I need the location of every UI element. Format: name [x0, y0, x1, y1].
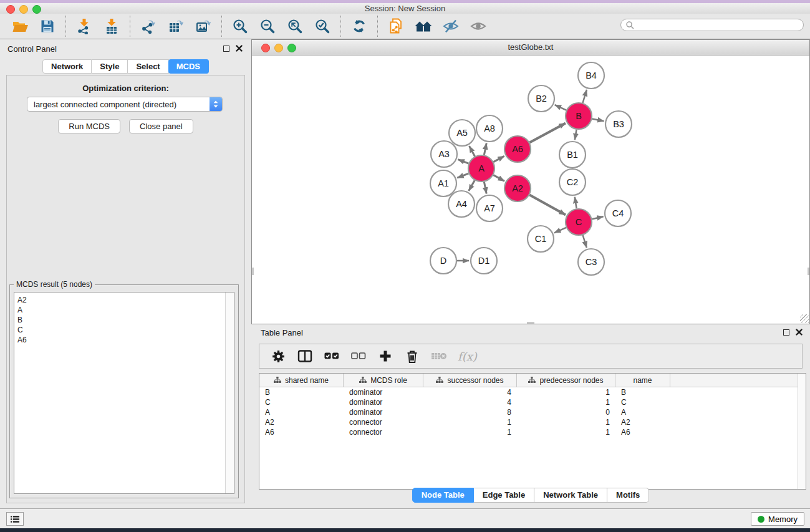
h-scroll-stub[interactable]	[527, 322, 534, 324]
home-button[interactable]	[412, 16, 435, 37]
table-cell[interactable]: 1	[517, 418, 615, 427]
deselect-all-columns-button[interactable]	[350, 348, 367, 364]
graph-edge-A-A3[interactable]	[458, 160, 468, 164]
float-panel-icon[interactable]	[223, 46, 229, 52]
graph-edge-A-A1[interactable]	[457, 173, 468, 178]
graph-edge-A-A2[interactable]	[493, 175, 504, 181]
graph-node-C[interactable]: C	[566, 209, 592, 235]
table-cell[interactable]: A6	[259, 428, 344, 437]
table-cell[interactable]: 1	[423, 428, 517, 437]
graph-edge-C-C2[interactable]	[575, 197, 577, 209]
show-panels-button[interactable]	[6, 512, 24, 526]
tab-style[interactable]: Style	[92, 59, 128, 74]
column-header-name[interactable]: name	[615, 374, 670, 387]
export-table-button[interactable]	[165, 16, 187, 37]
select-all-columns-button[interactable]	[324, 348, 340, 364]
network-window-titlebar[interactable]: testGlobe.txt	[252, 40, 809, 56]
table-cell[interactable]: dominator	[344, 408, 423, 417]
tab-edge-table[interactable]: Edge Table	[474, 488, 534, 503]
resize-grip[interactable]	[800, 314, 809, 323]
column-header-successor-nodes[interactable]: successor nodes	[423, 374, 517, 387]
import-table-button[interactable]	[100, 16, 123, 37]
v-scroll-stub[interactable]	[252, 268, 254, 275]
tab-select[interactable]: Select	[128, 59, 168, 74]
table-row[interactable]: Bdominator41B	[259, 387, 806, 397]
table-cell[interactable]: A6	[615, 428, 670, 437]
copy-network-button[interactable]	[385, 16, 407, 37]
run-mcds-button[interactable]: Run MCDS	[58, 119, 120, 133]
graph-node-C1[interactable]: C1	[528, 226, 554, 252]
open-session-button[interactable]	[9, 16, 31, 37]
table-cell[interactable]: 1	[517, 398, 615, 407]
table-cell[interactable]: 1	[517, 428, 615, 437]
graph-node-A3[interactable]: A3	[431, 141, 457, 167]
table-cell[interactable]: C	[259, 398, 344, 407]
export-image-button[interactable]	[192, 16, 215, 37]
mcds-result-item[interactable]: A6	[14, 335, 234, 345]
close-panel-button[interactable]: Close panel	[129, 119, 193, 133]
network-canvas[interactable]: B4B2BB3A8A5A6A3B1AC2A1A2A4A7C4CC1C3DD1	[252, 56, 809, 324]
graph-node-B4[interactable]: B4	[578, 62, 604, 89]
table-settings-button[interactable]	[270, 348, 286, 364]
graph-edge-A2-C[interactable]	[529, 195, 566, 215]
import-network-button[interactable]	[73, 16, 95, 37]
table-row[interactable]: A6connector11A6	[259, 427, 806, 437]
create-column-button[interactable]	[377, 348, 393, 364]
tab-motifs[interactable]: Motifs	[607, 488, 649, 503]
hide-graphics-details-button[interactable]	[440, 16, 462, 37]
zoom-selected-button[interactable]	[311, 16, 334, 37]
graph-node-C4[interactable]: C4	[605, 200, 631, 226]
table-cell[interactable]: 1	[423, 418, 517, 427]
graph-edge-B-B2[interactable]	[555, 105, 566, 110]
export-network-button[interactable]	[137, 16, 160, 37]
table-cell[interactable]: A	[615, 408, 670, 417]
column-header-mcds-role[interactable]: MCDS role	[344, 374, 423, 387]
zoom-fit-button[interactable]	[284, 16, 306, 37]
column-layout-button[interactable]	[297, 348, 313, 364]
graph-node-B1[interactable]: B1	[559, 142, 586, 168]
tab-mcds[interactable]: MCDS	[168, 59, 209, 74]
delete-column-button[interactable]	[404, 348, 420, 364]
table-cell[interactable]: A2	[259, 418, 344, 427]
graph-node-A1[interactable]: A1	[430, 170, 456, 196]
graph-edge-A-A6[interactable]	[493, 156, 504, 162]
graph-edge-C-C3[interactable]	[583, 235, 587, 248]
show-graphics-details-button[interactable]	[467, 16, 489, 37]
result-scrollbar[interactable]	[225, 293, 234, 493]
table-cell[interactable]: A	[259, 408, 344, 417]
graph-edge-A-A5[interactable]	[470, 146, 475, 157]
table-cell[interactable]: C	[615, 398, 670, 407]
mcds-result-item[interactable]: C	[14, 325, 234, 335]
table-row[interactable]: Adominator80A	[259, 407, 806, 417]
table-cell[interactable]: 4	[423, 398, 517, 407]
graph-node-A7[interactable]: A7	[476, 195, 503, 221]
graph-node-D[interactable]: D	[430, 248, 456, 274]
column-header-predecessor-nodes[interactable]: predecessor nodes	[517, 374, 615, 387]
graph-edge-B-B1[interactable]	[575, 130, 577, 140]
table-cell[interactable]: connector	[344, 418, 423, 427]
search-input[interactable]	[637, 20, 803, 30]
network-minimize-icon[interactable]	[274, 44, 283, 52]
tab-node-table[interactable]: Node Table	[412, 488, 474, 503]
close-panel-icon[interactable]	[236, 45, 243, 52]
graph-node-A6[interactable]: A6	[504, 136, 531, 162]
graph-edge-A6-B[interactable]	[529, 123, 566, 142]
graph-node-D1[interactable]: D1	[471, 248, 497, 274]
zoom-out-button[interactable]	[256, 16, 279, 37]
graph-node-A8[interactable]: A8	[476, 115, 503, 142]
table-scrollbar[interactable]	[798, 374, 806, 489]
mcds-result-item[interactable]: B	[14, 315, 234, 325]
table-cell[interactable]: dominator	[344, 388, 423, 397]
table-row[interactable]: A2connector11A2	[259, 417, 806, 427]
graph-edge-B-B4[interactable]	[583, 90, 587, 103]
graph-edge-A-A7[interactable]	[484, 182, 486, 194]
graph-node-C2[interactable]: C2	[559, 169, 586, 195]
table-row[interactable]: Cdominator41C	[259, 397, 806, 407]
graph-edge-C-C4[interactable]	[592, 216, 604, 219]
graph-node-B3[interactable]: B3	[605, 111, 632, 137]
table-cell[interactable]: 8	[423, 408, 517, 417]
save-session-button[interactable]	[36, 16, 59, 37]
network-zoom-icon[interactable]	[287, 44, 296, 52]
graph-edge-C-C1[interactable]	[554, 228, 566, 233]
table-cell[interactable]: 1	[517, 388, 615, 397]
